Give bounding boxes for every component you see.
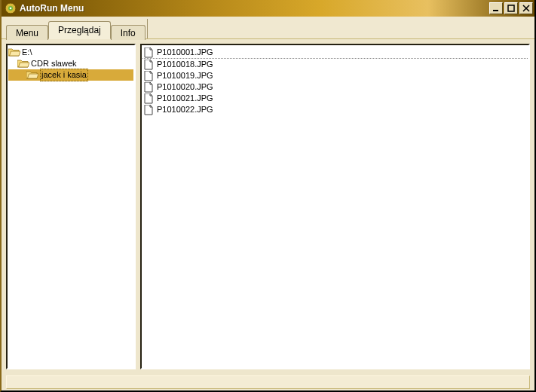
file-icon — [144, 82, 155, 93]
svg-rect-4 — [508, 5, 514, 11]
tab-label: Info — [121, 28, 136, 38]
tab-info[interactable]: Info — [111, 25, 145, 40]
file-name: P1010022.JPG — [157, 104, 213, 115]
titlebar[interactable]: AutoRun Menu — [2, 0, 534, 17]
folder-open-icon — [26, 70, 38, 80]
status-text — [6, 375, 530, 389]
file-item[interactable]: P1010021.JPG — [142, 93, 528, 104]
file-item[interactable]: P1010019.JPG — [142, 70, 528, 81]
svg-rect-3 — [493, 10, 498, 11]
tree-item[interactable]: E:\ — [8, 47, 133, 58]
tab-przegladaj[interactable]: Przeglądaj — [48, 21, 111, 39]
folder-tree[interactable]: E:\CDR slawekjacek i kasia — [8, 45, 134, 82]
file-icon — [144, 71, 155, 81]
close-button[interactable] — [519, 2, 533, 14]
maximize-button[interactable] — [504, 2, 518, 14]
file-list[interactable]: P1010001.JPGP1010018.JPGP1010019.JPGP101… — [142, 45, 528, 117]
folder-open-icon — [8, 47, 20, 57]
tab-label: Menu — [16, 28, 38, 38]
tab-bar: Menu Przeglądaj Info — [2, 17, 534, 39]
tree-item-label: CDR slawek — [31, 58, 77, 69]
file-name: P1010020.JPG — [157, 81, 213, 93]
tab-menu[interactable]: Menu — [6, 25, 48, 40]
tree-item-label: E:\ — [22, 47, 32, 58]
file-icon — [144, 60, 155, 70]
folder-tree-pane[interactable]: E:\CDR slawekjacek i kasia — [6, 44, 136, 369]
file-item[interactable]: P1010020.JPG — [142, 81, 528, 93]
file-name: P1010021.JPG — [157, 93, 213, 104]
file-item[interactable]: P1010018.JPG — [142, 59, 528, 70]
tree-item-label: jacek i kasia — [40, 69, 88, 81]
file-name: P1010019.JPG — [157, 70, 213, 81]
minimize-button[interactable] — [489, 2, 503, 14]
file-icon — [144, 47, 155, 58]
app-icon — [5, 2, 17, 14]
file-name: P1010018.JPG — [157, 59, 213, 70]
file-icon — [144, 105, 155, 115]
statusbar — [2, 374, 534, 390]
tab-separator — [147, 19, 148, 38]
file-list-pane[interactable]: P1010001.JPGP1010018.JPGP1010019.JPGP101… — [140, 44, 530, 369]
application-window: AutoRun Menu Menu Przeglądaj Info E:\CDR… — [0, 0, 536, 392]
file-name: P1010001.JPG — [157, 47, 213, 58]
window-title: AutoRun Menu — [20, 3, 84, 14]
work-area: E:\CDR slawekjacek i kasia P1010001.JPGP… — [2, 39, 534, 374]
tab-label: Przeglądaj — [58, 25, 101, 35]
tree-item[interactable]: jacek i kasia — [8, 69, 133, 81]
file-icon — [144, 93, 155, 104]
file-item[interactable]: P1010022.JPG — [142, 104, 528, 115]
file-item[interactable]: P1010001.JPG — [142, 47, 528, 58]
svg-point-2 — [10, 8, 12, 10]
tree-item[interactable]: CDR slawek — [8, 58, 133, 69]
folder-open-icon — [17, 59, 29, 69]
